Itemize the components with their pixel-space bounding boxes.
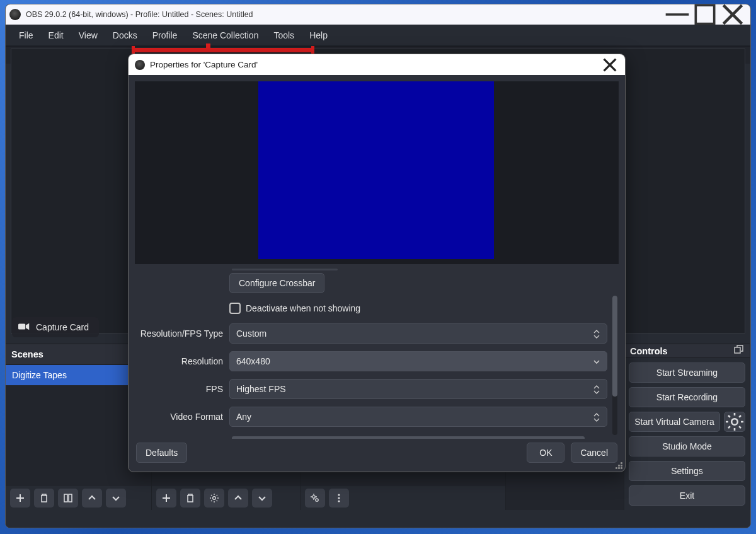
annotation-marker	[311, 46, 314, 54]
sources-move-down-button[interactable]	[252, 489, 272, 508]
settings-button[interactable]: Settings	[629, 461, 745, 481]
scenes-remove-button[interactable]	[34, 489, 54, 508]
resize-grip[interactable]	[614, 460, 622, 469]
mixer-menu-button[interactable]	[329, 489, 349, 508]
ok-button[interactable]: OK	[527, 443, 564, 463]
panel-scenes-toolbar	[6, 486, 151, 510]
select-fps-value: Highest FPS	[236, 384, 286, 394]
updown-icon	[590, 410, 603, 425]
scenes-move-down-button[interactable]	[106, 489, 126, 508]
select-resolution-value: 640x480	[236, 356, 270, 366]
select-video-format[interactable]: Any	[229, 407, 607, 427]
deactivate-checkbox[interactable]	[229, 303, 241, 314]
dialog-footer: Defaults OK Cancel	[129, 439, 625, 472]
label-res-fps-type: Resolution/FPS Type	[135, 328, 229, 339]
window-maximize-button[interactable]	[691, 5, 719, 24]
scenes-move-up-button[interactable]	[82, 489, 102, 508]
scene-item-label: Digitize Tapes	[12, 370, 67, 380]
label-fps: FPS	[135, 384, 229, 394]
label-video-format: Video Format	[135, 412, 229, 422]
dialog-hscrollbar-thumb[interactable]	[232, 436, 585, 439]
panel-controls-header: Controls	[624, 344, 750, 358]
dialog-titlebar[interactable]: Properties for 'Capture Card'	[129, 54, 625, 75]
panel-sources-toolbar	[152, 486, 300, 510]
start-streaming-button[interactable]: Start Streaming	[629, 363, 745, 383]
svg-point-14	[316, 499, 318, 501]
sources-add-button[interactable]	[156, 489, 176, 508]
app-window: OBS 29.0.2 (64-bit, windows) - Profile: …	[5, 4, 751, 528]
menu-help[interactable]: Help	[302, 26, 335, 44]
select-fps[interactable]: Highest FPS	[229, 379, 607, 399]
select-resolution[interactable]: 640x480	[229, 351, 607, 371]
chevron-down-icon	[590, 354, 603, 369]
sources-remove-button[interactable]	[180, 489, 200, 508]
dialog-preview-video	[258, 81, 494, 259]
menu-bar: File Edit View Docks Profile Scene Colle…	[6, 25, 750, 46]
window-minimize-button[interactable]	[663, 5, 691, 24]
mixer-advanced-button[interactable]	[305, 489, 325, 508]
menu-profile[interactable]: Profile	[145, 26, 185, 44]
svg-point-13	[312, 496, 315, 498]
svg-rect-9	[69, 494, 72, 502]
source-badge: Capture Card	[12, 317, 99, 337]
svg-rect-1	[696, 5, 714, 23]
menu-docks[interactable]: Docks	[105, 26, 145, 44]
panel-mixer-toolbar	[301, 486, 505, 510]
sources-move-up-button[interactable]	[228, 489, 248, 508]
svg-rect-4	[18, 323, 25, 329]
label-resolution: Resolution	[135, 356, 229, 366]
window-title: OBS 29.0.2 (64-bit, windows) - Profile: …	[26, 10, 663, 19]
source-badge-label: Capture Card	[36, 322, 89, 332]
scenes-add-button[interactable]	[10, 489, 30, 508]
dialog-vscrollbar-thumb[interactable]	[612, 296, 617, 397]
svg-point-19	[731, 419, 738, 425]
svg-point-17	[338, 500, 340, 502]
menu-view[interactable]: View	[71, 26, 105, 44]
svg-rect-18	[735, 347, 740, 353]
sources-properties-button[interactable]	[204, 489, 224, 508]
configure-crossbar-button[interactable]: Configure Crossbar	[229, 273, 324, 293]
menu-scene-collection[interactable]: Scene Collection	[185, 26, 266, 44]
deactivate-label: Deactivate when not showing	[246, 303, 360, 313]
svg-point-16	[338, 497, 340, 499]
menu-tools[interactable]: Tools	[266, 26, 302, 44]
cancel-button[interactable]: Cancel	[571, 443, 617, 463]
camera-icon	[18, 322, 30, 333]
start-recording-button[interactable]: Start Recording	[629, 387, 745, 407]
panel-scenes-title: Scenes	[11, 349, 43, 359]
properties-dialog: Properties for 'Capture Card' Configure …	[128, 54, 626, 472]
menu-edit[interactable]: Edit	[41, 26, 71, 44]
window-close-button[interactable]	[719, 5, 747, 24]
select-res-fps-type[interactable]: Custom	[229, 323, 607, 344]
exit-button[interactable]: Exit	[629, 485, 745, 506]
scenes-filter-button[interactable]	[58, 489, 78, 508]
virtual-camera-settings-button[interactable]	[724, 412, 745, 432]
annotation-marker	[206, 44, 210, 52]
obs-logo-icon	[135, 60, 145, 70]
panel-controls-title: Controls	[630, 346, 668, 356]
menu-file[interactable]: File	[11, 26, 41, 44]
dialog-close-button[interactable]	[601, 57, 619, 73]
dialog-form: Configure Crossbar Deactivate when not s…	[135, 269, 619, 439]
select-video-format-value: Any	[236, 412, 251, 422]
obs-logo-icon	[9, 9, 21, 20]
defaults-button[interactable]: Defaults	[136, 443, 187, 463]
select-res-fps-type-value: Custom	[236, 328, 266, 339]
undock-icon[interactable]	[734, 345, 744, 357]
svg-point-15	[338, 494, 340, 496]
svg-rect-8	[64, 494, 67, 502]
dialog-body: Configure Crossbar Deactivate when not s…	[129, 75, 625, 439]
dialog-title: Properties for 'Capture Card'	[150, 60, 601, 69]
svg-point-12	[213, 497, 216, 500]
annotation-marker	[135, 48, 207, 52]
annotation-marker	[210, 48, 311, 52]
studio-mode-button[interactable]: Studio Mode	[629, 436, 745, 456]
dialog-preview	[135, 81, 619, 264]
start-virtual-camera-button[interactable]: Start Virtual Camera	[629, 412, 720, 432]
updown-icon	[590, 327, 603, 342]
updown-icon	[590, 382, 603, 397]
window-titlebar: OBS 29.0.2 (64-bit, windows) - Profile: …	[6, 4, 750, 25]
panel-controls: Controls Start Streaming Start Recording…	[624, 344, 750, 510]
